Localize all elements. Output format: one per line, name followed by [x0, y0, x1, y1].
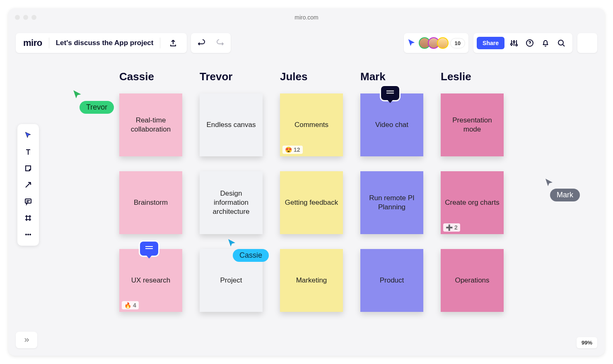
help-icon: [526, 39, 534, 47]
column: LesliePresentation modeCreate org charts…: [441, 70, 504, 327]
column-header: Leslie: [441, 70, 504, 85]
column-header: Cassie: [119, 70, 182, 85]
sticky-note[interactable]: Run remote PI Planning: [360, 171, 423, 234]
sticky-note[interactable]: Video chat: [360, 93, 423, 156]
sticky-note[interactable]: Marketing: [280, 249, 343, 312]
collaborator-cursor-cassie: Cassie: [227, 238, 269, 262]
undo-icon: [198, 39, 206, 47]
sticky-note[interactable]: Design information architecture: [200, 171, 263, 234]
notifications-button[interactable]: [538, 34, 553, 52]
column: CassieReal-time collaborationBrainstormU…: [119, 70, 182, 327]
sticky-note[interactable]: Create org charts➕2: [441, 171, 504, 234]
history-box: [191, 33, 231, 53]
more-tools[interactable]: [20, 227, 36, 242]
comment-tool[interactable]: [20, 194, 36, 209]
sticky-note[interactable]: Operations: [441, 249, 504, 312]
undo-button[interactable]: [193, 34, 211, 52]
sticky-text: Video chat: [375, 120, 408, 129]
comment-icon: [24, 197, 32, 206]
divider: [160, 38, 160, 48]
divider: [49, 38, 49, 48]
sticky-note[interactable]: Comments😍12: [280, 93, 343, 156]
board-canvas[interactable]: CassieReal-time collaborationBrainstormU…: [119, 70, 504, 327]
reaction-badge[interactable]: ➕2: [443, 223, 460, 232]
board-title[interactable]: Let's discuss the App project: [56, 39, 154, 47]
comment-bubble[interactable]: [140, 242, 158, 256]
sticky-text: Comments: [294, 120, 328, 129]
svg-point-4: [25, 234, 27, 235]
help-button[interactable]: [522, 34, 538, 52]
frame-tool[interactable]: [20, 210, 36, 226]
sticky-note[interactable]: Getting feedback: [280, 171, 343, 234]
sticky-text: Marketing: [296, 276, 327, 285]
zoom-level[interactable]: 99%: [577, 337, 597, 348]
panel-icon: [583, 39, 591, 47]
sticky-text: Operations: [455, 276, 489, 285]
column-header: Jules: [280, 70, 343, 85]
sticky-note[interactable]: Presentation mode: [441, 93, 504, 156]
comment-bubble[interactable]: [381, 86, 399, 100]
cursor-icon: [24, 131, 32, 139]
sticky-text: Run remote PI Planning: [364, 194, 419, 212]
reaction-badge[interactable]: 🔥4: [122, 301, 139, 309]
sticky-text: Design information architecture: [204, 189, 258, 216]
minimap-toggle[interactable]: [16, 332, 37, 348]
cursor-follow-icon[interactable]: [407, 38, 416, 48]
column-header: Trevor: [200, 70, 263, 85]
reaction-badge[interactable]: 😍12: [282, 146, 303, 154]
upload-icon: [169, 39, 177, 47]
collaborator-cursor-trevor: Trevor: [72, 89, 114, 114]
select-tool[interactable]: [20, 127, 36, 143]
export-button[interactable]: [167, 34, 179, 52]
column: MarkVideo chatRun remote PI PlanningProd…: [360, 70, 423, 327]
presence-count[interactable]: 10: [450, 38, 465, 48]
sliders-icon: [510, 39, 518, 47]
more-icon: [24, 230, 32, 239]
brand-logo: miro: [23, 38, 42, 48]
arrow-icon: [24, 181, 32, 189]
sticky-text: UX research: [131, 276, 170, 285]
collaborator-cursor-mark: Mark: [544, 178, 580, 201]
redo-icon: [216, 39, 224, 47]
column: JulesComments😍12Getting feedbackMarketin…: [280, 70, 343, 327]
arrow-tool[interactable]: [20, 177, 36, 193]
top-right-toolbar: 10 Share: [404, 33, 597, 53]
browser-titlebar: miro.com: [8, 8, 605, 26]
search-button[interactable]: [553, 34, 569, 52]
sticky-text: Getting feedback: [285, 198, 338, 207]
cursor-icon: [544, 178, 554, 188]
cursor-icon: [227, 238, 237, 248]
sticky-icon: [24, 164, 32, 172]
search-icon: [557, 39, 565, 47]
sticky-text: Project: [220, 276, 242, 285]
sticky-tool[interactable]: [20, 160, 36, 176]
sticky-text: Endless canvas: [206, 120, 256, 129]
tool-palette: [17, 124, 39, 246]
cursor-label: Trevor: [80, 101, 114, 114]
sticky-note[interactable]: Product: [360, 249, 423, 312]
avatar[interactable]: [437, 37, 449, 49]
svg-point-5: [27, 234, 29, 235]
column-header: Mark: [360, 70, 423, 85]
browser-url: miro.com: [294, 14, 319, 21]
app-window: miro.com miro Let's discuss the App proj…: [8, 8, 605, 356]
text-icon: [24, 148, 32, 156]
cursor-label: Cassie: [233, 249, 269, 262]
cursor-icon: [72, 89, 83, 100]
cursor-label: Mark: [550, 189, 580, 201]
share-button[interactable]: Share: [477, 37, 504, 49]
brand-box: miro Let's discuss the App project: [16, 33, 187, 53]
sticky-note[interactable]: Brainstorm: [119, 171, 182, 234]
sticky-note[interactable]: UX research🔥4: [119, 249, 182, 312]
redo-button[interactable]: [211, 34, 229, 52]
window-controls[interactable]: [15, 15, 36, 20]
settings-button[interactable]: [506, 34, 522, 52]
sticky-note[interactable]: Endless canvas: [200, 93, 263, 156]
presence-box: 10: [404, 33, 468, 53]
frame-icon: [24, 214, 32, 222]
actions-box: Share: [473, 33, 572, 53]
panel-toggle-button[interactable]: [577, 33, 597, 53]
sticky-text: Brainstorm: [134, 198, 168, 207]
sticky-note[interactable]: Real-time collaboration: [119, 93, 182, 156]
text-tool[interactable]: [20, 144, 36, 160]
